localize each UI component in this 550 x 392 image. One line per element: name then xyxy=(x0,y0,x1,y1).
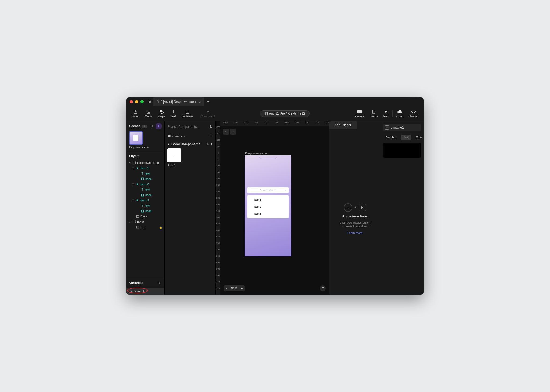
dropdown-item-2[interactable]: Item 2 xyxy=(247,203,289,210)
import-icon xyxy=(133,109,138,114)
svg-rect-2 xyxy=(160,110,162,112)
library-selector[interactable]: All libraries ⌄ xyxy=(167,132,213,140)
play-icon xyxy=(383,109,389,114)
svg-rect-10 xyxy=(141,210,143,212)
variable-icon: x xyxy=(385,125,389,130)
handoff-button[interactable]: Handoff xyxy=(406,108,421,119)
device-button[interactable]: Device xyxy=(367,108,381,119)
main-area: Scenes 1 + Dropdown menu Layers ▼Dropdow… xyxy=(126,121,424,295)
file-tab[interactable]: * [Asset] Dropdown menu × xyxy=(153,97,204,106)
svg-rect-12 xyxy=(133,221,136,223)
component-tool[interactable]: Component xyxy=(198,108,218,119)
add-scene-button[interactable]: + xyxy=(150,124,155,129)
component-item-1[interactable]: ... Item 1 xyxy=(167,148,213,167)
layer-row-item2[interactable]: ▼Item 2 xyxy=(126,182,164,187)
layer-row-text2[interactable]: Ttext xyxy=(126,187,164,192)
layer-row-text1[interactable]: Ttext xyxy=(126,171,164,176)
add-trigger-button[interactable]: Add Trigger xyxy=(329,121,357,129)
layer-row-base2[interactable]: base xyxy=(126,192,164,198)
scene-label: Dropdown menu xyxy=(126,146,164,152)
maximize-window-button[interactable] xyxy=(140,100,144,103)
type-tab-text[interactable]: Text xyxy=(401,135,411,140)
tab-close-button[interactable]: × xyxy=(199,100,201,104)
text-layer-icon: T xyxy=(140,204,144,208)
trigger-placeholder-icon: T xyxy=(344,203,352,212)
home-button[interactable] xyxy=(147,100,153,104)
dropdown-item-1[interactable]: Item 1 xyxy=(247,196,289,203)
layer-row-base1[interactable]: base xyxy=(126,176,164,182)
learn-more-link[interactable]: Learn more xyxy=(347,231,362,234)
layer-row-bg[interactable]: BG🔒 xyxy=(126,224,164,230)
layer-row-item1[interactable]: ▼Item 1 xyxy=(126,165,164,171)
minimize-window-button[interactable] xyxy=(135,100,138,103)
add-component-button[interactable]: + xyxy=(211,142,213,146)
components-panel: All libraries ⌄ ▼ Local Components ⇅ + .… xyxy=(165,121,216,295)
cloud-icon xyxy=(397,109,403,114)
dropdown-list: Item 1 Item 2 Item 3 xyxy=(247,195,289,218)
left-panel: Scenes 1 + Dropdown menu Layers ▼Dropdow… xyxy=(126,121,165,295)
zoom-value[interactable]: 58% xyxy=(230,287,239,290)
close-window-button[interactable] xyxy=(130,100,133,103)
preview-button[interactable]: Preview xyxy=(352,108,367,119)
dropdown-item-3[interactable]: Item 3 xyxy=(247,210,289,217)
scene-thumbnail[interactable] xyxy=(129,131,143,145)
svg-point-1 xyxy=(147,111,148,111)
layer-row-text3[interactable]: Ttext xyxy=(126,203,164,208)
file-icon xyxy=(156,100,159,103)
type-tab-color[interactable]: Color xyxy=(413,135,424,140)
artboard-label[interactable]: Dropdown menu xyxy=(245,152,267,155)
app-window: * [Asset] Dropdown menu × + Import Media… xyxy=(126,97,424,295)
add-variable-button[interactable]: + xyxy=(157,281,162,285)
nav-forward-button[interactable]: → xyxy=(230,129,236,135)
component-thumbnail: ... xyxy=(167,148,181,162)
cloud-button[interactable]: Cloud xyxy=(394,108,406,119)
type-tab-number[interactable]: Number xyxy=(383,135,399,140)
bolt-icon xyxy=(136,182,139,186)
local-components-header[interactable]: ▼ Local Components ⇅ + xyxy=(167,140,213,148)
device-selector[interactable]: iPhone 11 Pro / X 375 × 812 xyxy=(260,110,310,117)
layer-row-input[interactable]: ▶Input xyxy=(126,219,164,224)
preview-icon xyxy=(357,109,362,114)
inspector-title: x variable1 xyxy=(383,124,421,131)
bolt-icon xyxy=(136,198,139,202)
variable-row-variable1[interactable]: x variable1 xyxy=(126,288,164,295)
variable-value-input[interactable] xyxy=(383,143,421,158)
frame-icon xyxy=(132,220,136,224)
response-placeholder-icon: R xyxy=(359,204,366,211)
layer-row-base3[interactable]: base xyxy=(126,208,164,214)
canvas[interactable]: -200-150-100-500501001502002503003504004… xyxy=(216,121,329,295)
text-tool[interactable]: T Text xyxy=(168,108,179,119)
help-button[interactable]: ? xyxy=(320,285,326,291)
media-icon xyxy=(146,109,151,114)
shape-tool[interactable]: Shape xyxy=(155,108,168,119)
dropdown-select[interactable]: Please select... xyxy=(247,187,289,193)
run-button[interactable]: Run xyxy=(381,108,391,119)
search-components-input[interactable] xyxy=(167,124,208,130)
shape-layer-icon xyxy=(140,209,144,213)
phone-artboard[interactable]: Please select... Item 1 Item 2 Item 3 xyxy=(245,155,291,256)
ruler-vertical: -200-150-100-500501001502002503003504004… xyxy=(216,126,220,295)
sort-icon[interactable]: ⇅ xyxy=(207,142,209,146)
media-tool[interactable]: Media xyxy=(142,108,155,119)
new-tab-button[interactable]: + xyxy=(204,99,212,104)
shape-icon xyxy=(159,109,164,114)
container-icon xyxy=(184,109,190,114)
nav-back-button[interactable]: ← xyxy=(223,129,229,135)
zoom-out-button[interactable]: − xyxy=(224,285,230,291)
list-view-icon[interactable] xyxy=(209,134,213,138)
filter-icon[interactable] xyxy=(209,124,214,129)
device-icon xyxy=(371,109,377,114)
tab-title: * [Asset] Dropdown menu xyxy=(161,100,197,104)
traffic-lights xyxy=(126,100,147,103)
inspector-panel: x variable1 Number Text Color xyxy=(381,121,424,295)
container-tool[interactable]: Container xyxy=(179,108,196,119)
interactions-bolt-button[interactable] xyxy=(156,123,162,129)
svg-rect-13 xyxy=(136,226,139,228)
import-tool[interactable]: Import xyxy=(129,108,142,119)
layer-row-item3[interactable]: ▼Item 3 xyxy=(126,198,164,203)
zoom-in-button[interactable]: + xyxy=(239,285,245,291)
interactions-panel: Add Trigger T + R Add interactions Click… xyxy=(329,121,381,295)
layer-row-root[interactable]: ▼Dropdown menu xyxy=(126,160,164,165)
ruler-horizontal: -200-150-100-500501001502002503003504004… xyxy=(220,121,329,126)
layer-row-base-cap[interactable]: Base xyxy=(126,214,164,219)
